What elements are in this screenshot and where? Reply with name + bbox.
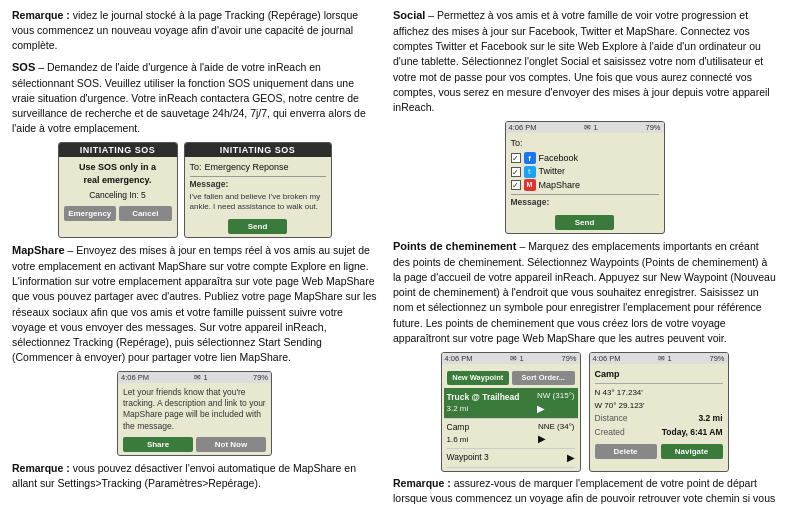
sos-message-text: I've fallen and believe I've broken my a… — [190, 192, 326, 213]
mapshare-screen-row: 4:06 PM ✉ 1 79% Let your friends know th… — [12, 371, 377, 455]
wp-item2-arrow: ▶ — [538, 432, 575, 446]
remark2-label: Remarque : — [12, 462, 70, 474]
sos-screen2-body: To: Emergency Reponse Message: I've fall… — [185, 157, 331, 236]
wp1-battery: 79% — [561, 354, 576, 363]
sos-line3: Canceling In: 5 — [89, 190, 146, 200]
social-mapshare-item: M MapShare — [511, 179, 659, 192]
mapshare-battery: 79% — [253, 373, 268, 382]
wp1-body: New Waypoint Sort Order... Truck @ Trail… — [442, 364, 580, 471]
sos-send-btn[interactable]: Send — [228, 219, 288, 234]
sos-text: – Demandez de l'aide d'urgence à l'aide … — [12, 61, 366, 135]
new-waypoint-btn[interactable]: New Waypoint — [447, 371, 510, 386]
wp1-status-bar: 4:06 PM ✉ 1 79% — [442, 353, 580, 364]
social-message-label: Message: — [511, 197, 659, 209]
wp2-created-row: Created Today, 6:41 AM — [595, 426, 723, 440]
facebook-label: Facebook — [539, 152, 579, 165]
social-facebook-item: f Facebook — [511, 152, 659, 165]
wp2-dist-value: 3.2 mi — [698, 413, 722, 425]
wp2-time: 4:06 PM — [593, 354, 621, 363]
social-time: 4:06 PM — [509, 123, 537, 132]
social-to-label: To: — [511, 137, 523, 150]
wp2-distance-row: Distance 3.2 mi — [595, 412, 723, 426]
social-signal: ✉ 1 — [584, 123, 597, 132]
wp-item3-name: Waypoint 3 — [447, 452, 489, 464]
remark3-label: Remarque : — [393, 477, 451, 489]
wp2-lon-value: W 70° 29.123' — [595, 400, 645, 411]
wp1-top-buttons: New Waypoint Sort Order... — [447, 371, 575, 386]
wp-item2-bearing: NNE (34°) — [538, 421, 575, 432]
sos-block: SOS – Demandez de l'aide d'urgence à l'a… — [12, 60, 377, 137]
mapshare-text: – Envoyez des mises à jour en temps réel… — [12, 244, 376, 363]
sos-to-value: Emergency Reponse — [205, 161, 289, 174]
sos-cancel-btn[interactable]: Cancel — [119, 206, 172, 221]
mapshare-block: MapShare – Envoyez des mises à jour en t… — [12, 243, 377, 365]
sos-to-label: To: — [190, 161, 202, 174]
waypoints-text: – Marquez des emplacements importants en… — [393, 240, 776, 344]
twitter-checkbox[interactable] — [511, 167, 521, 177]
wp2-created-value: Today, 6:41 AM — [662, 427, 723, 439]
mapshare-status-bar: 4:06 PM ✉ 1 79% — [118, 372, 271, 383]
two-column-layout: Remarque : videz le journal stocké à la … — [12, 8, 776, 509]
mapshare-notnow-btn[interactable]: Not Now — [196, 437, 266, 452]
sos-to-line: To: Emergency Reponse — [190, 161, 326, 174]
twitter-label: Twitter — [539, 165, 566, 178]
sos-message-label: Message: — [190, 179, 326, 191]
remark1-label: Remarque : — [12, 9, 70, 21]
mapshare-share-btn[interactable]: Share — [123, 437, 193, 452]
remark3-block: Remarque : assurez-vous de marquer l'emp… — [393, 476, 776, 509]
wp2-lon: W 70° 29.123' — [595, 399, 723, 412]
waypoints-block: Points de cheminement – Marquez des empl… — [393, 239, 776, 346]
mapshare-checkbox[interactable] — [511, 180, 521, 190]
social-text: – Permettez à vos amis et à votre famill… — [393, 9, 770, 113]
sos-line2: real emergency. — [84, 175, 152, 185]
social-buttons: Send — [511, 212, 659, 230]
facebook-checkbox[interactable] — [511, 153, 521, 163]
wp2-lat-value: N 43° 17.234' — [595, 387, 643, 398]
sos-line1: Use SOS only in a — [79, 162, 156, 172]
wp2-created-label: Created — [595, 427, 625, 439]
sos-label: SOS — [12, 61, 35, 73]
mapshare-buttons: Share Not Now — [123, 437, 266, 452]
wp-item1-dist: 3.2 mi — [447, 403, 520, 414]
waypoints-label: Points de cheminement — [393, 240, 516, 252]
wp2-name: Camp — [595, 368, 723, 384]
mapshare-m-icon: M — [524, 179, 536, 191]
sos-screen2-buttons: Send — [190, 216, 326, 234]
wp2-delete-btn[interactable]: Delete — [595, 444, 657, 459]
wp2-navigate-btn[interactable]: Navigate — [661, 444, 723, 459]
sos-screen1: INITIATING SOS Use SOS only in a real em… — [58, 142, 178, 237]
facebook-icon: f — [524, 152, 536, 164]
social-send-btn[interactable]: Send — [555, 215, 615, 230]
remark3-text: assurez-vous de marquer l'emplacement de… — [393, 477, 775, 509]
right-column: Social – Permettez à vos amis et à votre… — [393, 8, 776, 509]
social-status-bar: 4:06 PM ✉ 1 79% — [506, 122, 664, 133]
wp2-body: Camp N 43° 17.234' W 70° 29.123' Distanc… — [590, 364, 728, 462]
sos-screens-row: INITIATING SOS Use SOS only in a real em… — [12, 142, 377, 237]
mapshare-time: 4:06 PM — [121, 373, 149, 382]
sort-order-btn[interactable]: Sort Order... — [512, 371, 575, 386]
sos-divider — [190, 176, 326, 177]
remark2-block: Remarque : vous pouvez désactiver l'envo… — [12, 461, 377, 491]
wp-screen1: 4:06 PM ✉ 1 79% New Waypoint Sort Order.… — [441, 352, 581, 472]
wp-item1[interactable]: Truck @ Trailhead 3.2 mi NW (315°) ▶ — [444, 388, 578, 418]
sos-screen1-buttons: Emergency Cancel — [64, 206, 172, 221]
social-battery: 79% — [645, 123, 660, 132]
social-divider — [511, 194, 659, 195]
wp-item2[interactable]: Camp 1.6 mi NNE (34°) ▶ — [447, 419, 575, 449]
sos-screen2-header: INITIATING SOS — [185, 143, 331, 157]
wp1-signal: ✉ 1 — [510, 354, 523, 363]
sos-emergency-btn[interactable]: Emergency — [64, 206, 117, 221]
remark1-block: Remarque : videz le journal stocké à la … — [12, 8, 377, 54]
wp2-status-bar: 4:06 PM ✉ 1 79% — [590, 353, 728, 364]
wp-item2-name: Camp — [447, 422, 470, 434]
waypoint-screens-pair: 4:06 PM ✉ 1 79% New Waypoint Sort Order.… — [393, 352, 776, 472]
sos-screen1-header: INITIATING SOS — [59, 143, 177, 157]
social-screen-row: 4:06 PM ✉ 1 79% To: f Facebook — [393, 121, 776, 233]
social-to-line: To: — [511, 137, 659, 150]
wp2-lat: N 43° 17.234' — [595, 386, 723, 399]
mapshare-body-text: Let your friends know that you're tracki… — [123, 387, 266, 431]
wp-item3[interactable]: Waypoint 3 ▶ — [447, 449, 575, 468]
wp1-time: 4:06 PM — [445, 354, 473, 363]
page-container: Remarque : videz le journal stocké à la … — [0, 0, 788, 509]
social-screen: 4:06 PM ✉ 1 79% To: f Facebook — [505, 121, 665, 233]
